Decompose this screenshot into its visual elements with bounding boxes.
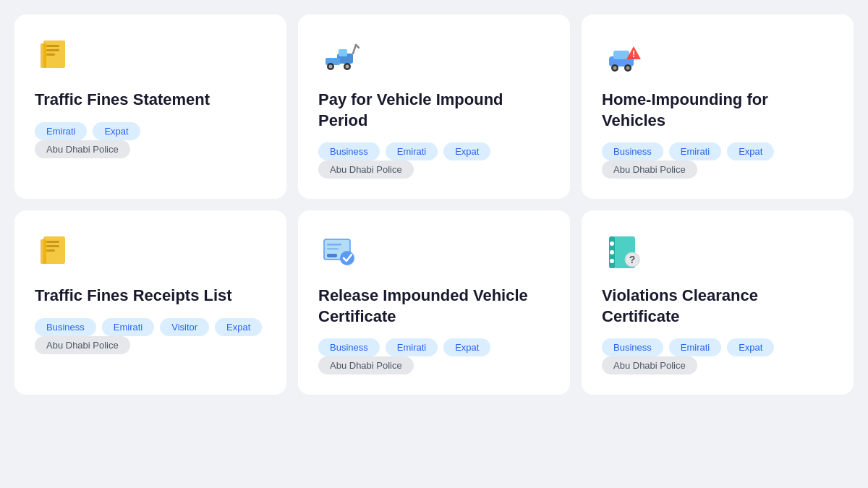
home-impounding-tags: BusinessEmiratiExpatAbu Dhabi Police <box>602 142 833 179</box>
card-pay-vehicle-impound[interactable]: Pay for Vehicle Impound PeriodBusinessEm… <box>298 14 570 199</box>
svg-rect-16 <box>613 51 629 59</box>
tag-abu-dhabi-police: Abu Dhabi Police <box>35 336 130 354</box>
svg-point-35 <box>610 241 614 246</box>
card-violations-clearance[interactable]: ? Violations Clearance CertificateBusine… <box>582 210 854 395</box>
tag-abu-dhabi-police: Abu Dhabi Police <box>318 160 414 179</box>
tag-expat: Expat <box>215 318 262 336</box>
card-traffic-fines-receipts[interactable]: Traffic Fines Receipts ListBusinessEmira… <box>14 210 286 395</box>
tag-abu-dhabi-police: Abu Dhabi Police <box>318 356 414 374</box>
tag-emirati: Emirati <box>669 338 721 356</box>
svg-text:?: ? <box>629 254 636 265</box>
svg-rect-31 <box>327 254 337 257</box>
tag-expat: Expat <box>727 142 774 160</box>
svg-point-20 <box>626 67 630 70</box>
traffic-fines-statement-icon <box>35 35 78 78</box>
svg-rect-29 <box>327 244 341 246</box>
tag-emirati: Emirati <box>386 338 438 356</box>
pay-vehicle-impound-tags-row2: Abu Dhabi Police <box>318 160 550 179</box>
svg-text:!: ! <box>632 49 635 59</box>
traffic-fines-statement-tags-row2: Abu Dhabi Police <box>35 140 266 158</box>
release-impounded-tags-row2: Abu Dhabi Police <box>318 356 550 374</box>
svg-rect-25 <box>46 245 59 247</box>
svg-rect-30 <box>327 248 339 250</box>
svg-line-14 <box>356 45 359 48</box>
card-release-impounded[interactable]: Release Impounded Vehicle CertificateBus… <box>298 210 570 395</box>
tag-visitor: Visitor <box>160 318 209 336</box>
violations-clearance-tags-row1: BusinessEmiratiExpat <box>602 338 833 356</box>
tag-emirati: Emirati <box>102 318 154 336</box>
home-impounding-tags-row2: Abu Dhabi Police <box>602 160 833 179</box>
traffic-fines-receipts-title: Traffic Fines Receipts List <box>35 286 266 307</box>
svg-line-13 <box>353 45 356 53</box>
pay-vehicle-impound-tags-row1: BusinessEmiratiExpat <box>318 142 550 160</box>
svg-rect-2 <box>46 45 59 47</box>
svg-rect-24 <box>46 241 59 243</box>
svg-rect-8 <box>339 49 347 56</box>
svg-point-37 <box>610 259 614 263</box>
violations-clearance-icon: ? <box>602 231 645 274</box>
svg-point-32 <box>340 251 354 265</box>
svg-rect-26 <box>46 249 55 252</box>
release-impounded-icon <box>318 231 362 274</box>
tag-emirati: Emirati <box>386 142 438 160</box>
pay-vehicle-impound-icon <box>318 35 362 78</box>
home-impounding-icon: ! <box>602 35 645 78</box>
traffic-fines-statement-tags: EmiratiExpatAbu Dhabi Police <box>35 122 266 158</box>
svg-rect-3 <box>46 49 59 51</box>
traffic-fines-receipts-tags-row1: BusinessEmiratiVisitorExpat <box>35 318 266 336</box>
release-impounded-title: Release Impounded Vehicle Certificate <box>318 286 550 327</box>
tag-business: Business <box>602 338 663 356</box>
svg-point-18 <box>613 67 617 70</box>
service-grid: Traffic Fines StatementEmiratiExpatAbu D… <box>14 14 854 395</box>
release-impounded-tags-row1: BusinessEmiratiExpat <box>318 338 550 356</box>
home-impounding-title: Home-Impounding for Vehicles <box>602 90 833 131</box>
svg-point-12 <box>346 65 349 69</box>
pay-vehicle-impound-tags: BusinessEmiratiExpatAbu Dhabi Police <box>318 142 550 179</box>
tag-business: Business <box>318 142 380 160</box>
svg-rect-5 <box>41 43 46 68</box>
violations-clearance-title: Violations Clearance Certificate <box>602 286 833 327</box>
traffic-fines-statement-tags-row1: EmiratiExpat <box>35 122 266 140</box>
tag-business: Business <box>602 142 663 160</box>
tag-abu-dhabi-police: Abu Dhabi Police <box>35 140 130 158</box>
tag-emirati: Emirati <box>35 122 87 140</box>
tag-expat: Expat <box>727 338 774 356</box>
traffic-fines-receipts-tags: BusinessEmiratiVisitorExpatAbu Dhabi Pol… <box>35 318 266 354</box>
svg-point-36 <box>610 250 614 254</box>
svg-point-10 <box>329 65 333 69</box>
tag-expat: Expat <box>443 338 490 356</box>
tag-expat: Expat <box>443 142 490 160</box>
tag-expat: Expat <box>93 122 140 140</box>
card-home-impounding[interactable]: ! Home-Impounding for VehiclesBusinessEm… <box>582 14 854 199</box>
traffic-fines-receipts-icon <box>35 231 78 274</box>
traffic-fines-statement-title: Traffic Fines Statement <box>35 90 266 111</box>
svg-rect-4 <box>46 53 55 56</box>
tag-business: Business <box>35 318 96 336</box>
tag-abu-dhabi-police: Abu Dhabi Police <box>602 160 697 179</box>
pay-vehicle-impound-title: Pay for Vehicle Impound Period <box>318 90 550 131</box>
traffic-fines-receipts-tags-row2: Abu Dhabi Police <box>35 336 266 354</box>
svg-rect-27 <box>41 239 46 264</box>
tag-business: Business <box>318 338 380 356</box>
tag-emirati: Emirati <box>669 142 721 160</box>
card-traffic-fines-statement[interactable]: Traffic Fines StatementEmiratiExpatAbu D… <box>14 14 286 199</box>
release-impounded-tags: BusinessEmiratiExpatAbu Dhabi Police <box>318 338 550 374</box>
violations-clearance-tags: BusinessEmiratiExpatAbu Dhabi Police <box>602 338 833 374</box>
home-impounding-tags-row1: BusinessEmiratiExpat <box>602 142 833 160</box>
violations-clearance-tags-row2: Abu Dhabi Police <box>602 356 833 374</box>
tag-abu-dhabi-police: Abu Dhabi Police <box>602 356 697 374</box>
